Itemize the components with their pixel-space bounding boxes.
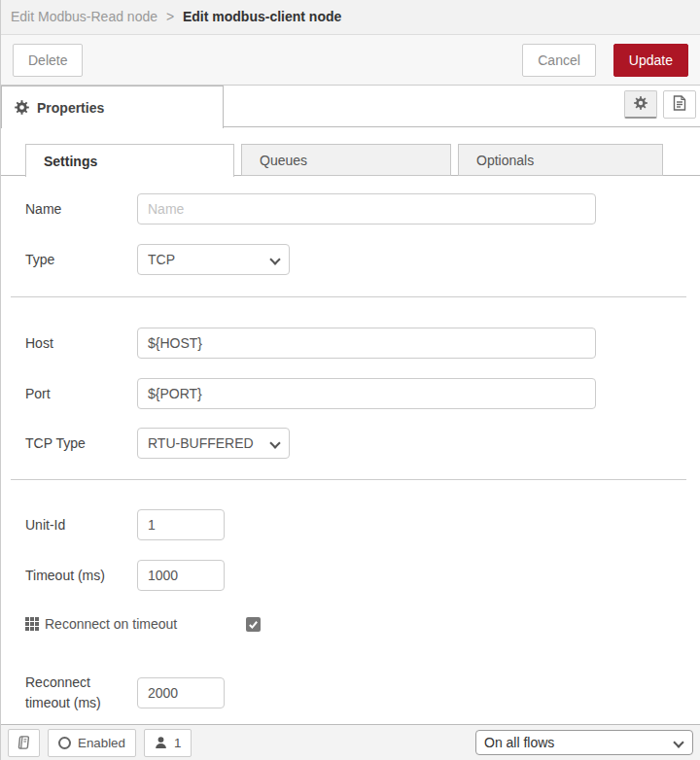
host-label: Host (25, 333, 137, 354)
reconnect-on-timeout-label: Reconnect on timeout (45, 616, 177, 632)
user-count: 1 (174, 736, 181, 750)
chevron-down-icon (269, 437, 280, 448)
timeout-input[interactable] (137, 560, 225, 591)
dialog-footer: Enabled 1 On all flows (1, 724, 700, 760)
circle-icon (58, 737, 71, 749)
type-row: Type TCP (1, 244, 700, 275)
unit-id-row: Unit-Id (1, 509, 700, 540)
timeout-row: Timeout (ms) (1, 560, 700, 591)
tab-optionals-label: Optionals (476, 153, 534, 168)
tcp-type-row: TCP Type RTU-BUFFERED (1, 428, 700, 459)
tab-bar-actions (624, 90, 696, 119)
tcp-type-select-value: RTU-BUFFERED (148, 435, 263, 451)
tab-settings[interactable]: Settings (25, 144, 234, 177)
tcp-type-label: TCP Type (25, 433, 137, 454)
dialog-toolbar: Delete Cancel Update (1, 35, 700, 86)
reconnect-on-timeout-row: Reconnect on timeout (1, 612, 700, 636)
delete-button[interactable]: Delete (13, 44, 83, 77)
tcp-type-select[interactable]: RTU-BUFFERED (137, 428, 290, 459)
cancel-button[interactable]: Cancel (522, 44, 596, 77)
book-icon (17, 735, 31, 750)
port-row: Port (1, 378, 700, 409)
type-select-value: TCP (148, 252, 263, 267)
section-divider (11, 479, 686, 480)
enable-toggle-button[interactable]: Enabled (48, 729, 136, 757)
edit-properties-button[interactable] (624, 90, 657, 119)
chevron-down-icon (673, 737, 683, 747)
reconnect-on-timeout-label-group: Reconnect on timeout (25, 616, 246, 632)
tab-queues[interactable]: Queues (241, 144, 451, 176)
enabled-label: Enabled (78, 736, 125, 750)
name-label: Name (25, 199, 137, 220)
unit-id-label: Unit-Id (25, 515, 137, 535)
breadcrumb-separator: > (161, 9, 179, 24)
update-button[interactable]: Update (613, 44, 688, 77)
node-description-button[interactable] (663, 90, 696, 119)
type-select[interactable]: TCP (137, 244, 290, 275)
port-label: Port (25, 384, 137, 404)
properties-tab-bar: Properties (1, 86, 700, 127)
user-count-button[interactable]: 1 (144, 729, 192, 757)
tab-settings-label: Settings (44, 154, 97, 169)
timeout-label: Timeout (ms) (25, 566, 137, 586)
reconnect-timeout-label: Reconnect timeout (ms) (25, 673, 137, 713)
breadcrumb-parent[interactable]: Edit Modbus-Read node (11, 9, 158, 24)
settings-tab-bar: Settings Queues Optionals (1, 144, 700, 176)
tab-queues-label: Queues (260, 153, 307, 168)
node-help-button[interactable] (8, 729, 40, 757)
name-input[interactable] (137, 193, 596, 225)
port-input[interactable] (137, 378, 596, 409)
reconnect-on-timeout-checkbox[interactable] (246, 617, 261, 632)
grid-icon (25, 617, 39, 631)
breadcrumb-current: Edit modbus-client node (183, 9, 341, 24)
document-icon (673, 95, 686, 114)
unit-id-input[interactable] (137, 509, 225, 540)
user-icon (155, 736, 167, 749)
type-label: Type (25, 250, 137, 270)
section-divider (11, 296, 686, 297)
chevron-down-icon (269, 254, 280, 264)
gear-icon (15, 100, 29, 115)
tab-optionals[interactable]: Optionals (458, 144, 663, 176)
edit-node-dialog: Edit Modbus-Read node > Edit modbus-clie… (0, 0, 700, 760)
host-input[interactable] (137, 328, 596, 359)
check-icon (248, 619, 259, 630)
host-row: Host (1, 328, 700, 359)
reconnect-timeout-input[interactable] (137, 677, 225, 708)
tab-properties-label: Properties (37, 100, 104, 116)
scope-select-value: On all flows (484, 735, 554, 750)
gear-icon (634, 96, 648, 113)
reconnect-timeout-row: Reconnect timeout (ms) (1, 673, 700, 713)
tab-properties[interactable]: Properties (1, 86, 224, 128)
scope-select[interactable]: On all flows (475, 730, 693, 755)
name-row: Name (1, 193, 700, 225)
breadcrumb: Edit Modbus-Read node > Edit modbus-clie… (1, 0, 700, 35)
